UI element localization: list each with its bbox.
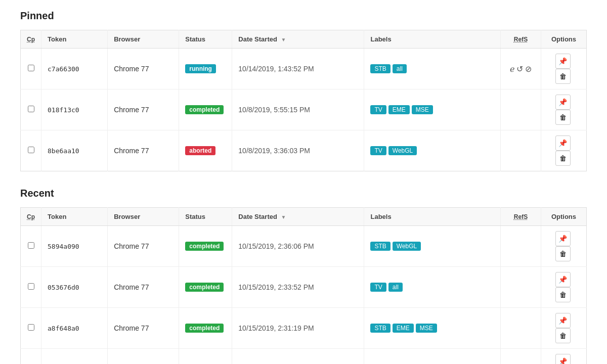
table-row: c7a66300Chrome 77running10/14/2019, 1:43… <box>21 49 587 89</box>
labels-cell: TVall <box>364 267 501 308</box>
delete-button[interactable]: 🗑 <box>555 110 571 125</box>
token-cell: 018f13c0 <box>41 89 108 130</box>
refs-cell: ℯ↺⊘ <box>501 49 541 89</box>
pinned-col-labels: Labels <box>364 30 501 49</box>
options-cell: 📌🗑 <box>541 89 587 130</box>
pin-button[interactable]: 📌 <box>555 272 571 287</box>
pin-button[interactable]: 📌 <box>555 231 571 246</box>
browser-cell: Chrome 77 <box>108 267 179 308</box>
refs-cell <box>501 349 541 365</box>
browser-cell: Chrome 77 <box>108 349 179 365</box>
status-badge: running <box>185 64 216 73</box>
status-badge: aborted <box>185 146 215 155</box>
labels-cell: TVECMAScript <box>364 349 501 365</box>
label-tag: WebGL <box>393 242 421 251</box>
pinned-col-options: Options <box>541 30 587 49</box>
labels-cell: TVWebGL <box>364 130 501 171</box>
options-cell: 📌🗑 <box>541 130 587 171</box>
pinned-col-refs: RefS <box>501 30 541 49</box>
labels-cell: STBWebGL <box>364 226 501 267</box>
token-cell: a8f648a0 <box>41 308 108 349</box>
label-tag: all <box>393 64 407 73</box>
recent-col-refs: RefS <box>501 208 541 226</box>
label-tag: STB <box>370 64 390 73</box>
ref-icon-0[interactable]: ℯ <box>510 64 514 74</box>
delete-button[interactable]: 🗑 <box>555 69 571 84</box>
delete-button[interactable]: 🗑 <box>555 287 571 302</box>
options-cell: 📌🗑 <box>541 49 587 89</box>
status-cell: completed <box>179 308 232 349</box>
row-checkbox[interactable] <box>28 324 34 331</box>
labels-cell: STBall <box>364 49 501 89</box>
options-cell: 📌🗑 <box>541 349 587 365</box>
pinned-col-cp: Cp <box>21 30 41 49</box>
date-cell: 10/8/2019, 3:36:03 PM <box>232 130 364 171</box>
table-row: 018f13c0Chrome 77completed10/8/2019, 5:5… <box>21 89 587 130</box>
refs-cell <box>501 89 541 130</box>
status-cell: completed <box>179 226 232 267</box>
refs-cell <box>501 226 541 267</box>
label-tag: MSE <box>416 324 437 333</box>
pinned-table: Cp Token Browser Status Date Started ▼ L… <box>20 30 587 171</box>
refs-cell <box>501 267 541 308</box>
row-checkbox[interactable] <box>28 65 34 71</box>
browser-cell: Chrome 77 <box>108 49 179 89</box>
recent-heading: Recent <box>20 188 587 199</box>
pinned-col-date[interactable]: Date Started ▼ <box>232 30 364 49</box>
delete-button[interactable]: 🗑 <box>555 151 571 166</box>
pin-button[interactable]: 📌 <box>555 313 571 328</box>
date-cell: 10/14/2019, 1:43:52 PM <box>232 49 364 89</box>
table-row: 5894a090Chrome 77completed10/15/2019, 2:… <box>21 226 587 267</box>
status-cell: completed <box>179 349 232 365</box>
status-badge: completed <box>185 283 224 292</box>
ref-icon-2[interactable]: ⊘ <box>525 64 532 74</box>
recent-col-browser: Browser <box>108 208 179 226</box>
row-checkbox[interactable] <box>28 147 34 153</box>
label-tag: all <box>388 283 403 292</box>
recent-table: Cp Token Browser Status Date Started ▼ L… <box>20 207 587 364</box>
token-cell: c7a66300 <box>41 49 108 89</box>
recent-col-token: Token <box>41 208 108 226</box>
label-tag: EME <box>388 105 410 114</box>
ref-icon-1[interactable]: ↺ <box>516 64 523 74</box>
row-checkbox[interactable] <box>28 242 34 249</box>
date-cell: 10/15/2019, 2:33:52 PM <box>232 267 364 308</box>
date-cell: 10/15/2019, 2:31:19 PM <box>232 308 364 349</box>
pinned-heading: Pinned <box>20 10 587 22</box>
table-row: 0feda2b0Chrome 77completed10/15/2019, 1:… <box>21 349 587 365</box>
pin-button[interactable]: 📌 <box>555 135 571 151</box>
label-tag: TV <box>370 146 386 155</box>
pin-button[interactable]: 📌 <box>555 95 571 110</box>
table-row: 053676d0Chrome 77completed10/15/2019, 2:… <box>21 267 587 308</box>
options-cell: 📌🗑 <box>541 308 587 349</box>
browser-cell: Chrome 77 <box>108 226 179 267</box>
table-row: a8f648a0Chrome 77completed10/15/2019, 2:… <box>21 308 587 349</box>
pinned-col-status: Status <box>179 30 232 49</box>
date-cell: 10/8/2019, 5:55:15 PM <box>232 89 364 130</box>
row-checkbox[interactable] <box>28 283 34 290</box>
recent-col-cp: Cp <box>21 208 41 226</box>
recent-col-options: Options <box>541 208 587 226</box>
options-cell: 📌🗑 <box>541 267 587 308</box>
delete-button[interactable]: 🗑 <box>555 328 571 343</box>
pin-button[interactable]: 📌 <box>555 54 571 69</box>
label-tag: EME <box>393 324 414 333</box>
delete-button[interactable]: 🗑 <box>555 246 571 261</box>
browser-cell: Chrome 77 <box>108 308 179 349</box>
recent-col-status: Status <box>179 208 232 226</box>
label-tag: MSE <box>412 105 433 114</box>
recent-date-sort-icon: ▼ <box>281 214 286 220</box>
recent-col-date[interactable]: Date Started ▼ <box>232 208 364 226</box>
row-checkbox[interactable] <box>28 106 34 112</box>
label-tag: WebGL <box>388 146 417 155</box>
labels-cell: STBEMEMSE <box>364 308 501 349</box>
status-cell: running <box>179 49 232 89</box>
label-tag: STB <box>370 242 390 251</box>
pin-button[interactable]: 📌 <box>555 354 571 364</box>
label-tag: STB <box>370 324 390 333</box>
refs-cell <box>501 130 541 171</box>
status-cell: completed <box>179 89 232 130</box>
pinned-col-browser: Browser <box>108 30 179 49</box>
token-cell: 053676d0 <box>41 267 108 308</box>
status-badge: completed <box>185 242 224 251</box>
